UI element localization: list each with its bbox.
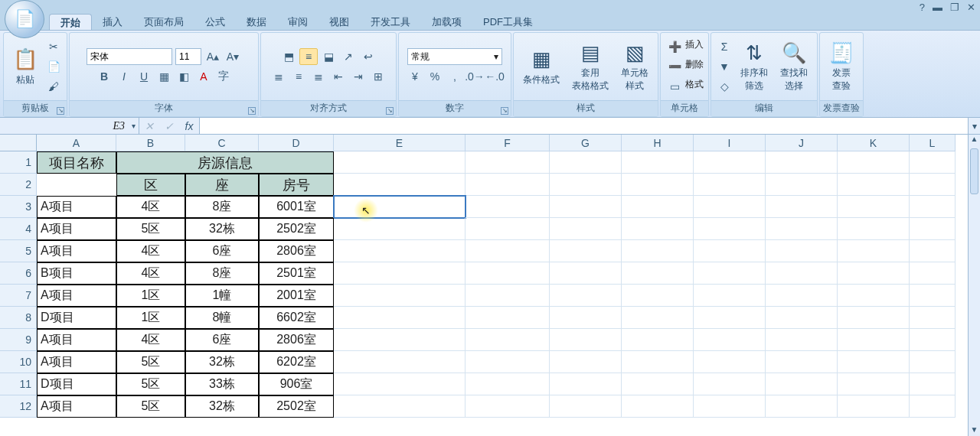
cell[interactable]: 4区	[116, 240, 185, 262]
cell[interactable]	[838, 174, 910, 196]
cell[interactable]: 1幢	[185, 285, 259, 307]
cell[interactable]: D项目	[37, 307, 116, 329]
cell[interactable]	[766, 151, 838, 174]
cell[interactable]: 32栋	[185, 395, 259, 418]
indent-dec-icon[interactable]: ⇤	[329, 68, 348, 85]
conditional-format-button[interactable]: ▦条件格式	[518, 46, 564, 88]
cell[interactable]	[622, 262, 694, 285]
fx-icon[interactable]: fx	[179, 119, 199, 134]
find-select-button[interactable]: 🔍查找和 选择	[776, 39, 812, 94]
cell[interactable]: A项目	[37, 285, 116, 307]
cell[interactable]	[550, 373, 622, 395]
cell[interactable]	[838, 307, 910, 329]
col-header[interactable]: H	[622, 135, 694, 151]
cell[interactable]	[766, 395, 838, 418]
cell[interactable]: 2501室	[259, 262, 334, 285]
cell[interactable]	[550, 351, 622, 373]
cell[interactable]	[550, 307, 622, 329]
format-painter-icon[interactable]: 🖌	[45, 78, 62, 95]
invoice-check-button[interactable]: 🧾发票 查验	[825, 39, 858, 94]
cell[interactable]	[466, 240, 550, 262]
restore-icon[interactable]: ❐	[950, 2, 959, 13]
cell[interactable]: 8座	[185, 196, 259, 218]
tab-view[interactable]: 视图	[318, 14, 360, 30]
cell[interactable]	[466, 373, 550, 395]
row-header[interactable]: 1	[0, 151, 37, 174]
col-header[interactable]: L	[910, 135, 956, 151]
cell[interactable]	[550, 285, 622, 307]
cell[interactable]	[622, 307, 694, 329]
cell[interactable]	[910, 174, 956, 196]
row-header[interactable]: 10	[0, 351, 37, 373]
vertical-scrollbar[interactable]: ▲ ▼	[968, 135, 980, 436]
cell[interactable]: 座	[185, 174, 259, 196]
cell[interactable]	[466, 196, 550, 218]
number-format-select[interactable]: 常规▾	[407, 48, 502, 65]
col-header[interactable]: C	[185, 135, 259, 151]
cell[interactable]	[910, 329, 956, 351]
row-header[interactable]: 2	[0, 174, 37, 196]
cell[interactable]	[694, 262, 766, 285]
cell[interactable]	[838, 240, 910, 262]
tab-data[interactable]: 数据	[236, 14, 277, 30]
cell[interactable]: 4区	[116, 329, 185, 351]
cell[interactable]	[910, 285, 956, 307]
close-icon[interactable]: ✕	[967, 2, 975, 13]
name-box[interactable]: E3	[0, 118, 139, 134]
cell[interactable]: 8幢	[185, 307, 259, 329]
cell[interactable]	[766, 240, 838, 262]
minimize-ribbon-icon[interactable]: ▬	[933, 2, 942, 13]
cell-styles-button[interactable]: ▧单元格 样式	[616, 39, 653, 94]
orientation-icon[interactable]: ↗	[339, 48, 358, 65]
cell[interactable]	[466, 329, 550, 351]
cell[interactable]	[910, 151, 956, 174]
cell[interactable]: A项目	[37, 240, 116, 262]
cell[interactable]	[838, 351, 910, 373]
row-header[interactable]: 3	[0, 196, 37, 218]
cell[interactable]	[550, 240, 622, 262]
row-header[interactable]: 8	[0, 307, 37, 329]
cell[interactable]	[466, 351, 550, 373]
col-header[interactable]: I	[694, 135, 766, 151]
cell[interactable]: 2001室	[259, 285, 334, 307]
cell[interactable]	[334, 240, 466, 262]
tab-review[interactable]: 审阅	[277, 14, 318, 30]
cell[interactable]	[466, 218, 550, 240]
office-button[interactable]: 📄	[5, 0, 44, 38]
col-header[interactable]: B	[116, 135, 185, 151]
cell[interactable]: 32栋	[185, 218, 259, 240]
wrap-text-icon[interactable]: ↩	[359, 48, 377, 65]
fill-icon[interactable]: ▼	[716, 58, 733, 75]
cell[interactable]: 4区	[116, 196, 185, 218]
insert-cells-icon[interactable]: ➕	[665, 38, 684, 55]
row-header[interactable]: 11	[0, 373, 37, 395]
tab-pdftools[interactable]: PDF工具集	[472, 14, 544, 30]
cell[interactable]	[466, 395, 550, 418]
format-cells-button[interactable]: 格式	[685, 78, 704, 95]
decrease-decimal-icon[interactable]: ←.0	[485, 68, 504, 85]
expand-formula-icon[interactable]: ▾	[968, 118, 980, 134]
cell[interactable]	[550, 329, 622, 351]
cell[interactable]: B项目	[37, 262, 116, 285]
cell[interactable]: A项目	[37, 395, 116, 418]
cell[interactable]	[466, 262, 550, 285]
cell[interactable]	[694, 329, 766, 351]
row-header[interactable]: 4	[0, 218, 37, 240]
cell[interactable]: 6202室	[259, 351, 334, 373]
cell[interactable]	[694, 307, 766, 329]
cell[interactable]: 1区	[116, 307, 185, 329]
tab-insert[interactable]: 插入	[92, 14, 133, 30]
row-header[interactable]: 5	[0, 240, 37, 262]
cell[interactable]: 区	[116, 174, 185, 196]
cell[interactable]	[766, 329, 838, 351]
cell[interactable]: 房号	[259, 174, 334, 196]
cell[interactable]	[910, 240, 956, 262]
cell[interactable]: A项目	[37, 196, 116, 218]
tab-pagelayout[interactable]: 页面布局	[133, 14, 194, 30]
cell[interactable]: 5区	[116, 373, 185, 395]
cell[interactable]	[622, 196, 694, 218]
col-header[interactable]: J	[766, 135, 838, 151]
cell[interactable]	[334, 218, 466, 240]
border-button[interactable]: ▦	[155, 68, 173, 85]
increase-decimal-icon[interactable]: .0→	[466, 68, 484, 85]
